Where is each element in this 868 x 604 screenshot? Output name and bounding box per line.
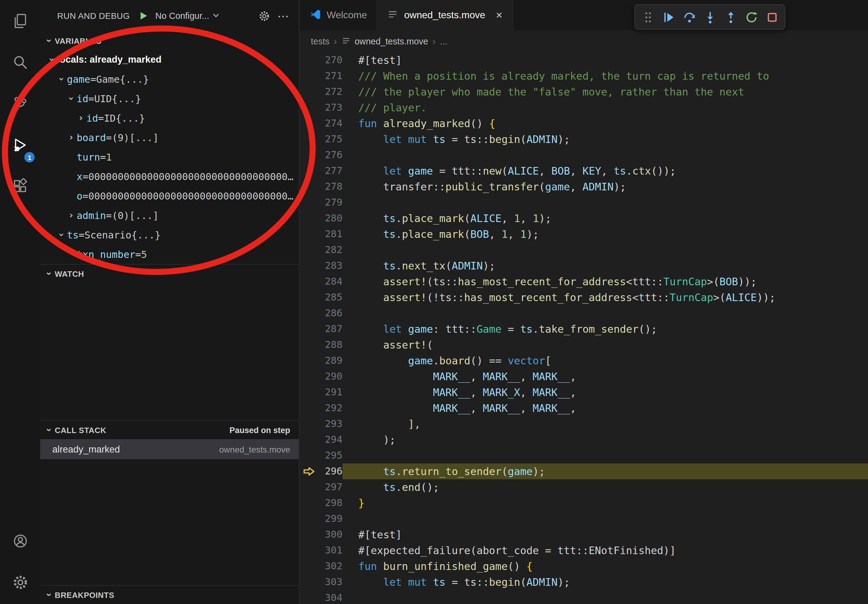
line-number[interactable]: 297 (318, 479, 343, 495)
code-editor[interactable]: 270#[test]271/// When a position is alre… (300, 52, 868, 604)
variable-row[interactable]: ›turn = 1 (40, 147, 299, 167)
chevron-down-icon[interactable]: › (57, 74, 66, 85)
code-line[interactable]: 295 (300, 448, 868, 463)
code-line[interactable]: 283 ts.next_tx(ADMIN); (300, 258, 868, 274)
code-line[interactable]: 281 ts.place_mark(BOB, 1, 1); (300, 226, 868, 242)
step-over-button[interactable] (679, 7, 699, 27)
variable-row[interactable]: ›admin = (0)[...] (40, 206, 299, 225)
line-number[interactable]: 286 (318, 305, 343, 321)
line-number[interactable]: 283 (318, 258, 343, 274)
activity-run-and-debug[interactable]: 1 (0, 125, 40, 167)
continue-button[interactable] (658, 7, 679, 27)
code-line[interactable]: 296 ts.return_to_sender(game); (300, 463, 868, 479)
line-number[interactable]: 291 (318, 384, 343, 400)
line-number[interactable]: 288 (318, 337, 343, 353)
glyph-margin[interactable] (300, 132, 318, 147)
activity-explorer[interactable] (0, 1, 40, 43)
code-line[interactable]: 300#[test] (300, 527, 868, 542)
code-line[interactable]: 293 ], (300, 416, 868, 432)
chevron-right-icon[interactable]: › (66, 211, 77, 220)
tab-welcome[interactable]: Welcome (300, 0, 377, 30)
glyph-margin[interactable] (300, 511, 318, 527)
line-number[interactable]: 302 (318, 558, 343, 574)
watch-section-header[interactable]: › WATCH (40, 264, 299, 283)
code-line[interactable]: 298} (300, 495, 868, 511)
code-line[interactable]: 274fun already_marked() { (300, 116, 868, 132)
code-line[interactable]: 275 let mut ts = ts::begin(ADMIN); (300, 132, 868, 147)
glyph-margin[interactable] (300, 369, 318, 384)
drag-handle-icon[interactable] (637, 7, 658, 27)
activity-account[interactable] (0, 521, 40, 563)
line-number[interactable]: 272 (318, 84, 343, 100)
code-line[interactable]: 294 ); (300, 432, 868, 448)
code-line[interactable]: 276 (300, 147, 868, 163)
variable-row[interactable]: ›game = Game{...} (40, 69, 299, 89)
line-number[interactable]: 292 (318, 400, 343, 416)
close-icon[interactable]: ✕ (496, 10, 503, 20)
variable-row[interactable]: ›board = (9)[...] (40, 128, 299, 147)
code-line[interactable]: 291 MARK__, MARK_X, MARK__, (300, 384, 868, 400)
glyph-margin[interactable] (300, 448, 318, 463)
code-line[interactable]: 302fun burn_unfinished_game() { (300, 558, 868, 574)
activity-source-control[interactable] (0, 84, 40, 125)
variables-section-header[interactable]: › VARIABLES (40, 32, 299, 50)
glyph-margin[interactable] (300, 52, 318, 68)
code-line[interactable]: 279 (300, 195, 868, 211)
debug-gear-icon[interactable] (259, 10, 270, 22)
glyph-margin[interactable] (300, 416, 318, 432)
glyph-margin[interactable] (300, 68, 318, 84)
line-number[interactable]: 301 (318, 542, 343, 558)
variable-row[interactable]: ›ts = Scenario{...} (40, 225, 299, 245)
activity-settings[interactable] (0, 563, 40, 604)
glyph-margin[interactable] (300, 274, 318, 290)
variable-row[interactable]: ›o = 00000000000000000000000000000000000… (40, 186, 299, 206)
restart-button[interactable] (741, 7, 761, 27)
code-line[interactable]: 289 game.board() == vector[ (300, 353, 868, 369)
glyph-margin[interactable] (300, 353, 318, 369)
line-number[interactable]: 298 (318, 495, 343, 511)
line-number[interactable]: 270 (318, 52, 343, 68)
glyph-margin[interactable] (300, 574, 318, 590)
line-number[interactable]: 274 (318, 116, 343, 132)
line-number[interactable]: 296 (318, 463, 343, 479)
line-number[interactable]: 289 (318, 353, 343, 369)
line-number[interactable]: 295 (318, 448, 343, 463)
glyph-margin[interactable] (300, 226, 318, 242)
code-line[interactable]: 270#[test] (300, 52, 868, 68)
code-line[interactable]: 277 let game = ttt::new(ALICE, BOB, KEY,… (300, 163, 868, 179)
step-into-button[interactable] (699, 7, 720, 27)
line-number[interactable]: 280 (318, 211, 343, 226)
glyph-margin[interactable] (300, 163, 318, 179)
chevron-down-icon[interactable]: › (47, 54, 57, 65)
code-line[interactable]: 282 (300, 242, 868, 258)
glyph-margin[interactable] (300, 321, 318, 337)
glyph-margin[interactable] (300, 337, 318, 353)
chevron-down-icon[interactable]: › (66, 93, 76, 104)
variable-row[interactable]: ›locals: already_marked (40, 50, 299, 69)
code-line[interactable]: 272/// the player who made the "false" m… (300, 84, 868, 100)
code-line[interactable]: 301#[expected_failure(abort_code = ttt::… (300, 542, 868, 558)
code-line[interactable]: 285 assert!(!ts::has_most_recent_for_add… (300, 290, 868, 305)
line-number[interactable]: 294 (318, 432, 343, 448)
chevron-down-icon[interactable]: › (57, 229, 66, 240)
line-number[interactable]: 271 (318, 68, 343, 84)
glyph-margin[interactable] (300, 384, 318, 400)
line-number[interactable]: 276 (318, 147, 343, 163)
code-line[interactable]: 299 (300, 511, 868, 527)
code-line[interactable]: 273/// player. (300, 100, 868, 116)
line-number[interactable]: 300 (318, 527, 343, 542)
breadcrumb-tests[interactable]: tests (311, 37, 329, 46)
code-line[interactable]: 287 let game: ttt::Game = ts.take_from_s… (300, 321, 868, 337)
chevron-right-icon[interactable]: › (66, 133, 77, 142)
line-number[interactable]: 293 (318, 416, 343, 432)
glyph-margin[interactable] (300, 479, 318, 495)
activity-search[interactable] (0, 43, 40, 84)
glyph-margin[interactable] (300, 147, 318, 163)
glyph-margin[interactable] (300, 495, 318, 511)
line-number[interactable]: 284 (318, 274, 343, 290)
glyph-margin[interactable] (300, 558, 318, 574)
more-actions-icon[interactable]: ⋯ (276, 10, 290, 22)
glyph-margin[interactable] (300, 290, 318, 305)
line-number[interactable]: 287 (318, 321, 343, 337)
variable-row[interactable]: ›id = UID{...} (40, 89, 299, 108)
